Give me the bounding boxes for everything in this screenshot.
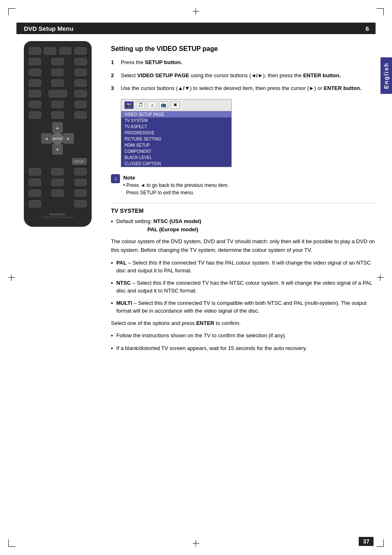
remote-btn-18[interactable] <box>51 101 64 108</box>
nav-up-button[interactable]: ▲ <box>52 122 63 133</box>
remote-btn-33[interactable] <box>74 200 87 207</box>
enter-button[interactable]: ENTER <box>51 132 64 145</box>
menu-item-picture-setting: PICTURE SETTING <box>121 136 231 142</box>
ss-icon-1: 📷 <box>125 101 134 109</box>
remote-row-4 <box>29 79 87 87</box>
confirm-text: Select one of the options and press ENTE… <box>111 319 376 328</box>
page-number: 37 <box>359 537 374 546</box>
screenshot-box: 📷 🎵 ♫ 📺 ✖ VIDEO SETUP PAGE TV SYSTEM TV … <box>121 99 232 167</box>
remote-row-11 <box>29 200 87 207</box>
remote-btn-22[interactable] <box>74 111 87 119</box>
remote-btn-29[interactable] <box>29 189 41 197</box>
nav-right-button[interactable]: ► <box>63 133 74 144</box>
header-number: 6 <box>359 23 376 34</box>
remote-btn-19[interactable] <box>74 101 87 108</box>
remote-btn-27[interactable] <box>51 179 64 186</box>
menu-item-component: COMPONENT <box>121 148 231 154</box>
crosshair-top <box>193 8 199 15</box>
corner-mark-bl <box>8 539 16 547</box>
step-num-3: 3 <box>111 84 117 92</box>
remote-btn-8[interactable] <box>29 69 41 76</box>
menu-item-tv-system: TV SYSTEM <box>121 117 231 124</box>
step-num-1: 1 <box>111 58 117 67</box>
remote-btn-32[interactable] <box>29 200 41 207</box>
remote-btn-24[interactable] <box>51 168 64 175</box>
setup-row: SETUP <box>29 158 87 165</box>
tv-system-options: PAL – Select this if the connected TV ha… <box>111 259 376 315</box>
remote-btn-17[interactable] <box>29 101 41 108</box>
menu-item-progressive: PROGRESSIVE <box>121 130 231 136</box>
remote-btn-3[interactable] <box>59 47 71 55</box>
default-setting-item: Default setting: NTSC (USA model) PAL (E… <box>111 217 376 233</box>
corner-mark-tr <box>376 8 384 16</box>
step-1: 1 Press the SETUP button. <box>111 58 376 67</box>
remote-btn-15[interactable] <box>48 90 67 97</box>
remote-btn-20[interactable] <box>29 111 41 119</box>
remote-row-7 <box>29 111 87 119</box>
note-box: ♫ Note • Press ◄ to go back to the previ… <box>111 174 376 197</box>
remote-row-1 <box>29 47 87 55</box>
remote-btn-9[interactable] <box>51 69 64 76</box>
ss-icon-2: 🎵 <box>136 101 145 109</box>
step-num-2: 2 <box>111 71 117 80</box>
right-column: Setting up the VIDEO SETUP page 1 Press … <box>111 41 376 539</box>
confirm-bullet-2-text: If a blank/distorted TV screen appears, … <box>116 344 307 353</box>
menu-item-black-level: BLACK LEVEL <box>121 154 231 161</box>
step-list: 1 Press the SETUP button. 2 Select VIDEO… <box>111 58 376 92</box>
remote-btn-2[interactable] <box>44 47 56 55</box>
option-pal-text: PAL – Select this if the connected TV ha… <box>116 259 376 275</box>
remote-row-9 <box>29 179 87 186</box>
remote-btn-12[interactable] <box>51 79 64 87</box>
ss-icon-3: ♫ <box>148 101 157 109</box>
option-pal: PAL – Select this if the connected TV ha… <box>111 259 376 275</box>
remote-btn-30[interactable] <box>51 189 64 197</box>
remote-brand: marantz <box>29 212 87 216</box>
step-2: 2 Select VIDEO SETUP PAGE using the curs… <box>111 71 376 80</box>
crosshair-right <box>377 274 384 281</box>
menu-item-video-setup: VIDEO SETUP PAGE <box>121 111 231 117</box>
note-line-1: • Press ◄ to go back to the previous men… <box>123 182 229 189</box>
remote-btn-14[interactable] <box>29 90 41 97</box>
confirm-bullet-1-text: Follow the instructions shown on the TV … <box>116 332 286 340</box>
note-icon: ♫ <box>111 174 120 183</box>
remote-btn-16[interactable] <box>74 90 87 97</box>
nav-left-button[interactable]: ◄ <box>41 133 52 144</box>
remote-btn-4[interactable] <box>74 47 87 55</box>
remote-btn-23[interactable] <box>29 168 41 175</box>
remote-btn-1[interactable] <box>29 47 41 55</box>
ss-icon-4: 📺 <box>159 101 168 109</box>
remote-btn-21[interactable] <box>51 111 64 119</box>
screenshot-content: VIDEO SETUP PAGE TV SYSTEM TV ASPECT PRO… <box>121 111 231 167</box>
remote-btn-26[interactable] <box>29 179 41 186</box>
note-line-2: Press SETUP to exit the menu. <box>123 189 229 196</box>
option-multi-text: MULTI – Select this if the connected TV … <box>116 299 376 315</box>
remote-row-10 <box>29 189 87 197</box>
step-text-2: Select VIDEO SETUP PAGE using the cursor… <box>121 71 376 80</box>
remote-row-3 <box>29 69 87 76</box>
screenshot-icons-row: 📷 🎵 ♫ 📺 ✖ <box>121 99 231 111</box>
remote-nav-area: ▲ ▼ ◄ ► ENTER <box>29 122 87 155</box>
remote-btn-6[interactable] <box>51 58 64 65</box>
default-setting-list: Default setting: NTSC (USA model) PAL (E… <box>111 217 376 233</box>
note-label: Note <box>123 174 229 182</box>
crosshair-left <box>8 274 15 281</box>
step-text-3: Use the cursor buttons (▲/▼) to select t… <box>121 84 376 92</box>
remote-btn-28[interactable] <box>74 179 87 186</box>
note-content: Note • Press ◄ to go back to the previou… <box>123 174 229 197</box>
remote-btn-31[interactable] <box>74 189 87 197</box>
remote-btn-7[interactable] <box>74 58 87 65</box>
setup-button[interactable]: SETUP <box>72 158 87 165</box>
remote-btn-25[interactable] <box>74 168 87 175</box>
nav-down-button[interactable]: ▼ <box>52 144 63 155</box>
remote-btn-10[interactable] <box>74 69 87 76</box>
header-bar: DVD Setup Menu 6 <box>16 23 376 34</box>
option-ntsc-text: NTSC – Select this if the connected TV h… <box>116 279 376 295</box>
remote-btn-5[interactable] <box>29 58 41 65</box>
remote-row-8 <box>29 168 87 175</box>
remote-btn-11[interactable] <box>29 79 41 87</box>
menu-item-tv-aspect: TV ASPECT <box>121 124 231 130</box>
menu-item-hdmi-setup: HDMI SETUP <box>121 142 231 148</box>
remote-btn-13[interactable] <box>74 79 87 87</box>
remote-control: ▲ ▼ ◄ ► ENTER SETUP <box>24 41 92 227</box>
step-3: 3 Use the cursor buttons (▲/▼) to select… <box>111 84 376 92</box>
